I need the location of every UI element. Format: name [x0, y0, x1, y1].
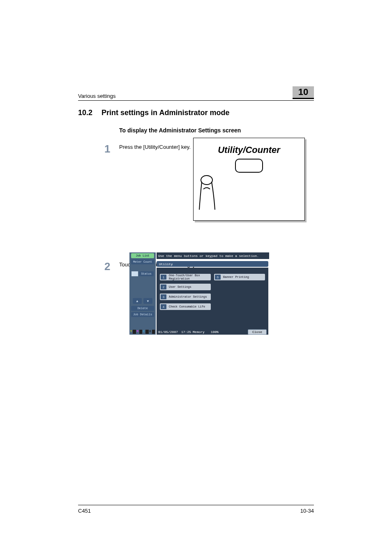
option-1-button[interactable]: 1 One-Touch/User Box Registration	[160, 274, 211, 280]
panel-memory-value: 100%	[211, 330, 219, 334]
option-3-label: Administrator Settings	[169, 295, 207, 298]
arrow-down-button[interactable]: ▼	[143, 298, 152, 304]
svg-point-0	[201, 176, 212, 185]
page-footer: C451 10-34	[78, 505, 314, 514]
option-6-number: 6	[215, 275, 221, 280]
panel-date: 01/05/2007	[158, 330, 178, 334]
toner-indicators: Y M C K	[129, 329, 156, 335]
option-3-button[interactable]: 3 Administrator Settings	[160, 294, 211, 300]
status-button[interactable]: Status	[139, 271, 154, 276]
option-1-label: One-Touch/User Box Registration	[169, 274, 200, 280]
delete-button[interactable]: Delete	[131, 306, 154, 311]
running-header-text: Various settings	[78, 93, 116, 99]
close-button[interactable]: Close	[248, 329, 267, 335]
utility-counter-illustration: Utility/Counter	[193, 138, 305, 221]
panel-memory-label: Memory	[193, 330, 205, 334]
subsection-heading: To display the Administrator Settings sc…	[119, 127, 314, 134]
section-number: 10.2	[78, 109, 92, 117]
option-6-label: Banner Printing	[223, 275, 249, 279]
option-2-label: User Settings	[169, 285, 191, 289]
status-row: Status	[131, 271, 154, 276]
utility-counter-physical-key[interactable]	[235, 159, 263, 173]
option-3-number: 3	[161, 294, 166, 299]
panel-breadcrumb-text: Utility	[159, 262, 173, 266]
panel-breadcrumb: Utility	[157, 261, 268, 267]
panel-footer: 01/05/2007 17:25 Memory 100% Close	[157, 329, 268, 335]
utility-counter-label: Utility/Counter	[194, 145, 304, 155]
option-4-label: Check Consumable Life	[169, 305, 205, 308]
panel-time: 17:25	[181, 330, 191, 334]
touch-panel-screenshot: Job List Meter Count Status ▲ ▼ Delete J…	[129, 252, 269, 335]
step-1-text: Press the [Utility/Counter] key.	[119, 143, 191, 151]
step-2-number: 2	[104, 261, 119, 272]
section-title: Print settings in Administrator mode	[101, 109, 229, 117]
chapter-number: 10	[298, 87, 308, 97]
page-number: 10-34	[300, 508, 314, 514]
option-2-number: 2	[161, 284, 166, 289]
panel-message-text: Use the menu buttons or keypad to make a…	[158, 254, 259, 258]
model-name: C451	[78, 508, 91, 514]
option-6-button[interactable]: 6 Banner Printing	[214, 274, 265, 280]
job-list-button[interactable]: Job List	[131, 253, 154, 258]
option-1-number: 1	[161, 275, 166, 280]
meter-count-button[interactable]: Meter Count	[131, 259, 154, 264]
status-icon	[131, 271, 138, 276]
panel-sidebar: Job List Meter Count Status ▲ ▼ Delete J…	[129, 252, 156, 335]
chapter-number-badge: 10	[293, 86, 314, 99]
option-4-button[interactable]: 4 Check Consumable Life	[160, 303, 211, 310]
option-4-number: 4	[161, 304, 166, 309]
arrow-up-button[interactable]: ▲	[133, 298, 142, 304]
panel-footer-info: 01/05/2007 17:25 Memory 100%	[158, 330, 219, 334]
finger-press-icon	[194, 173, 220, 210]
option-2-button[interactable]: 2 User Settings	[160, 284, 211, 290]
job-details-button[interactable]: Job Details	[131, 312, 154, 317]
panel-message-bar: Use the menu buttons or keypad to make a…	[157, 252, 269, 259]
step-1-number: 1	[104, 143, 119, 154]
arrow-buttons: ▲ ▼	[133, 298, 152, 304]
section-heading: 10.2 Print settings in Administrator mod…	[78, 109, 314, 117]
running-header: Various settings 10	[78, 86, 314, 101]
